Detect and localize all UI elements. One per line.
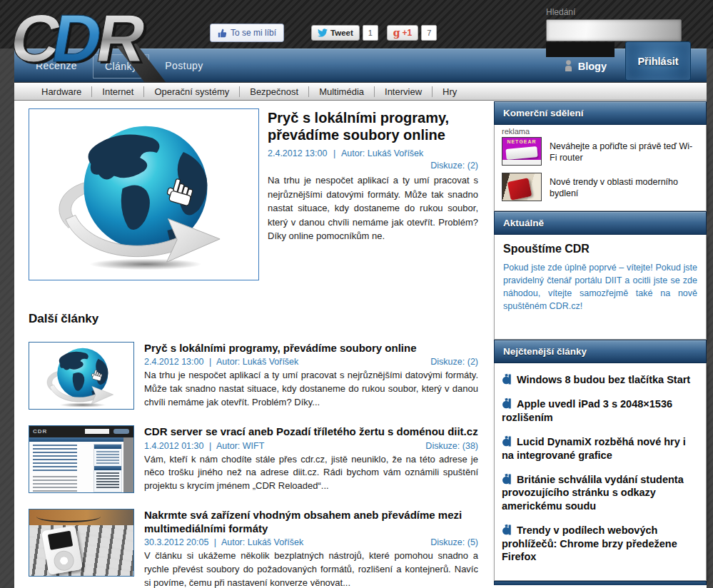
twitter-bird-icon [318,29,328,37]
next-section-header-partial [494,581,707,585]
article-author[interactable]: Lukáš Voříšek [248,537,304,547]
aktualne-article-title[interactable]: Spouštíme CDR [503,243,697,255]
article-date: 2.4.2012 13:00 [144,357,203,367]
subnav-item-operacni-systemy[interactable]: Operační systémy [144,86,240,97]
article-row: Nakrmte svá zařízení vhodným obsahem ane… [29,509,478,588]
aktualne-section-body: Spouštíme CDR Pokud jste zde úplně poprv… [494,235,707,340]
plusone-count[interactable]: 7 [421,25,437,41]
googleplus-icon: g [393,27,400,39]
featured-article-perex: Na trhu je nespočet aplikací a ty umí pr… [268,173,478,243]
modern-living-ad-image [502,173,542,201]
mostread-section-body: Windows 8 budou bez tlačítka Start Apple… [494,363,707,581]
article-thumbnail-website[interactable]: CDR [29,425,134,493]
article-author[interactable]: WIFT [243,441,265,451]
most-read-item[interactable]: Británie schválila vydání studenta provo… [502,473,699,512]
more-articles-heading: Další články [29,312,478,326]
most-read-item[interactable]: Apple uvedl iPad 3 s 2048×1536 rozlišení… [502,397,699,424]
cdr-bullet-icon [502,435,512,447]
subnav-item-hardware[interactable]: Hardware [31,86,92,97]
article-title[interactable]: CDR server se vrací aneb Pozadí tříletéh… [144,425,478,438]
facebook-like-label: To se mi líbí [231,28,276,38]
blogy-label: Blogy [578,61,607,72]
article-date: 30.3.2012 20:05 [144,537,208,547]
aktualne-section-header: Aktuálně [494,211,707,235]
tweet-label: Tweet [330,29,353,37]
subnav-item-bezpecnost[interactable]: Bezpečnost [240,86,309,97]
article-thumbnail-globe[interactable] [29,342,134,410]
thumbs-up-icon [218,29,227,38]
subnav-item-multimedia[interactable]: Multimédia [309,86,375,97]
search-area: Hledání [546,7,682,57]
featured-discussion-link[interactable]: Diskuze: (2) [268,161,478,171]
search-input[interactable] [546,19,682,41]
tweet-count[interactable]: 1 [363,25,378,41]
globe-arrow-image [39,343,126,410]
plusone-label: +1 [403,28,413,38]
ipod-image [41,526,83,575]
article-author[interactable]: Lukáš Voříšek [368,148,424,158]
discussion-link[interactable]: Diskuze: (2) [430,357,478,367]
featured-article: Pryč s lokálními programy, převádíme sou… [29,108,478,280]
thumb-website-header: CDR [29,426,133,437]
article-row: Pryč s lokálními programy, převádíme sou… [29,342,478,410]
category-navigation: Hardware Internet Operační systémy Bezpe… [14,82,707,101]
featured-article-meta: 2.4.2012 13:00 | Autor: Lukáš Voříšek [268,148,478,158]
article-perex: Na trhu je nespočet aplikací a ty umí pr… [144,369,478,410]
nav-item-blogy[interactable]: Blogy [564,60,607,72]
search-dropdown-stub [546,42,615,57]
ad-text[interactable]: Nové trendy v oblasti moderního bydlení [550,173,699,201]
facebook-like-button[interactable]: To se mi líbí [210,24,284,42]
ad-item[interactable]: Nové trendy v oblasti moderního bydlení [502,173,699,201]
ad-item[interactable]: NETGEAR Neváhejte a pořiďte si právě teď… [502,137,699,166]
article-meta: Diskuze: (2) 2.4.2012 13:00 | Autor: Luk… [144,357,478,367]
ad-label: reklama [502,127,699,136]
tweet-button[interactable]: Tweet [311,25,360,41]
cdr-bullet-icon [502,397,512,409]
subnav-item-interview[interactable]: Interview [375,86,433,97]
subnav-item-hry[interactable]: Hry [433,86,467,97]
article-perex: Vám, kteří k nám chodíte stále přes cdr.… [144,453,478,494]
sidebar: Komerční sdělení reklama NETGEAR Neváhej… [494,101,707,588]
cdr-bullet-icon [502,473,512,485]
cdr-homepage: To se mi líbí Tweet 1 g +1 7 Hledání [0,0,713,588]
person-icon [564,60,573,72]
most-read-item[interactable]: Windows 8 budou bez tlačítka Start [502,373,699,386]
article-date: 2.4.2012 13:00 [268,148,327,158]
most-read-item[interactable]: Lucid DynamiX rozběhá nové hry i na inte… [502,435,699,462]
ad-text[interactable]: Neváhejte a pořiďte si právě teď Wi-Fi r… [550,137,699,166]
article-meta: Diskuze: (38) 1.4.2012 01:30 | Autor: WI… [144,441,478,451]
discussion-link[interactable]: Diskuze: (38) [425,441,478,451]
cdr-bullet-icon [502,373,512,385]
article-title[interactable]: Pryč s lokálními programy, převádíme sou… [144,342,478,355]
article-perex: V článku si ukážeme několik bezplatných … [144,549,478,588]
article-author[interactable]: Lukáš Voříšek [243,357,299,367]
article-row: CDR CDR s [29,425,478,493]
article-meta: Diskuze: (5) 30.3.2012 20:05 | Autor: Lu… [144,537,478,547]
commercial-section-header: Komerční sdělení [494,101,707,125]
main-column: Pryč s lokálními programy, převádíme sou… [14,101,488,588]
globe-arrow-image [37,114,251,275]
google-plusone-button[interactable]: g +1 [387,25,418,41]
content-area: Pryč s lokálními programy, převádíme sou… [14,101,707,588]
subnav-item-internet[interactable]: Internet [92,86,144,97]
featured-article-image[interactable] [29,108,259,280]
search-label: Hledání [546,7,682,17]
cdr-logo[interactable]: C D R C D R [6,0,173,87]
most-read-item[interactable]: Trendy v podílech webových prohlížečů: C… [502,524,699,563]
article-date: 1.4.2012 01:30 [144,441,203,451]
netgear-ad-image: NETGEAR [502,137,542,166]
mostread-section-header: Nejčtenější články [494,340,707,363]
discussion-link[interactable]: Diskuze: (5) [430,537,478,547]
featured-article-title[interactable]: Pryč s lokálními programy, převádíme sou… [268,110,478,143]
article-title[interactable]: Nakrmte svá zařízení vhodným obsahem ane… [144,509,478,535]
cdr-bullet-icon [502,524,512,535]
social-buttons: To se mi líbí Tweet 1 g +1 7 [210,24,437,42]
article-thumbnail-ipod[interactable] [29,509,134,577]
commercial-section-body: reklama NETGEAR Neváhejte a pořiďte si p… [494,125,707,211]
aktualne-article-body: Pokud jste zde úplně poprvé – vítejte! P… [503,261,697,313]
